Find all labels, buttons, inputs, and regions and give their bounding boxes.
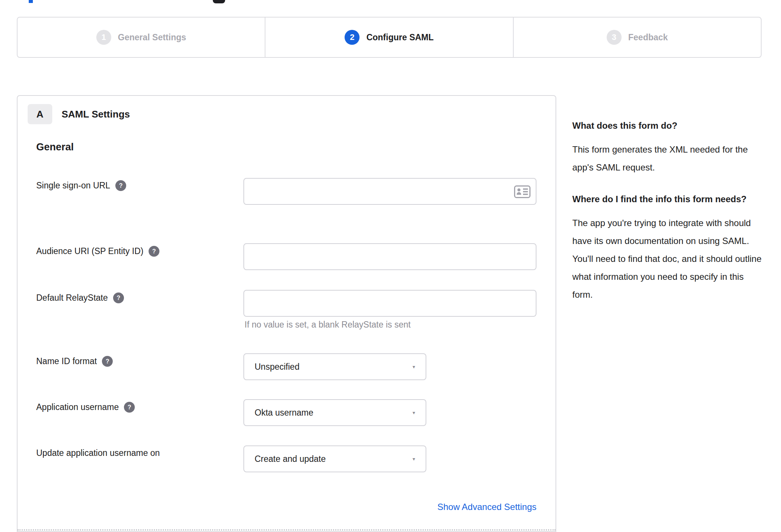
wizard-steps: 1 General Settings 2 Configure SAML 3 Fe… bbox=[17, 17, 762, 58]
cropped-title-fragment bbox=[29, 0, 33, 3]
relaystate-label-row: Default RelayState ? bbox=[36, 292, 124, 303]
relaystate-label: Default RelayState bbox=[36, 293, 108, 303]
audience-uri-help-icon[interactable]: ? bbox=[149, 246, 159, 257]
name-id-format-value: Unspecified bbox=[255, 362, 299, 372]
chevron-down-icon: ▾ bbox=[413, 364, 415, 370]
step-number-badge: 1 bbox=[96, 30, 111, 45]
chevron-down-icon: ▾ bbox=[413, 456, 415, 462]
update-app-username-value: Create and update bbox=[255, 454, 326, 464]
relaystate-input[interactable] bbox=[243, 290, 536, 317]
name-id-format-select[interactable]: Unspecified ▾ bbox=[243, 353, 426, 380]
sidebar-answer-2: The app you're trying to integrate with … bbox=[572, 214, 766, 304]
step-number-badge: 3 bbox=[607, 30, 622, 45]
chevron-down-icon: ▾ bbox=[413, 410, 415, 416]
relaystate-hint: If no value is set, a blank RelayState i… bbox=[245, 320, 411, 330]
app-username-help-icon[interactable]: ? bbox=[124, 402, 135, 413]
step-label: Feedback bbox=[628, 32, 668, 43]
sso-url-input[interactable] bbox=[243, 178, 536, 205]
relaystate-help-icon[interactable]: ? bbox=[113, 292, 124, 303]
step-label: Configure SAML bbox=[366, 32, 433, 43]
app-username-value: Okta username bbox=[255, 408, 313, 418]
step-number-badge: 2 bbox=[345, 30, 360, 45]
step-label: General Settings bbox=[118, 32, 186, 43]
sidebar-answer-1: This form generates the XML needed for t… bbox=[572, 141, 766, 176]
sidebar-question-1: What does this form do? bbox=[572, 119, 766, 132]
section-badge: A bbox=[28, 104, 52, 124]
show-advanced-settings-link[interactable]: Show Advanced Settings bbox=[243, 502, 536, 512]
update-app-username-label: Update application username on bbox=[36, 448, 160, 458]
help-sidebar: What does this form do? This form genera… bbox=[572, 119, 766, 319]
name-id-format-label-row: Name ID format ? bbox=[36, 356, 113, 367]
audience-uri-label-row: Audience URI (SP Entity ID) ? bbox=[36, 246, 159, 257]
update-app-username-select[interactable]: Create and update ▾ bbox=[243, 445, 426, 472]
app-username-label: Application username bbox=[36, 402, 119, 412]
step-feedback[interactable]: 3 Feedback bbox=[514, 18, 761, 57]
update-app-username-label-row: Update application username on bbox=[36, 448, 160, 458]
group-heading-general: General bbox=[36, 141, 74, 153]
section-divider bbox=[18, 529, 556, 531]
app-username-select[interactable]: Okta username ▾ bbox=[243, 399, 426, 426]
name-id-format-label: Name ID format bbox=[36, 356, 97, 366]
audience-uri-input[interactable] bbox=[243, 243, 536, 270]
sso-url-help-icon[interactable]: ? bbox=[115, 180, 126, 191]
cropped-logo-fragment bbox=[213, 0, 225, 3]
sso-url-label: Single sign-on URL bbox=[36, 181, 110, 191]
saml-settings-panel: A SAML Settings General Single sign-on U… bbox=[17, 95, 556, 532]
audience-uri-label: Audience URI (SP Entity ID) bbox=[36, 246, 143, 256]
step-configure-saml[interactable]: 2 Configure SAML bbox=[265, 18, 513, 57]
name-id-format-help-icon[interactable]: ? bbox=[102, 356, 113, 367]
app-username-label-row: Application username ? bbox=[36, 402, 135, 413]
section-title: SAML Settings bbox=[62, 109, 130, 120]
sso-url-label-row: Single sign-on URL ? bbox=[36, 180, 126, 191]
step-general-settings[interactable]: 1 General Settings bbox=[18, 18, 265, 57]
sidebar-question-2: Where do I find the info this form needs… bbox=[572, 192, 766, 206]
